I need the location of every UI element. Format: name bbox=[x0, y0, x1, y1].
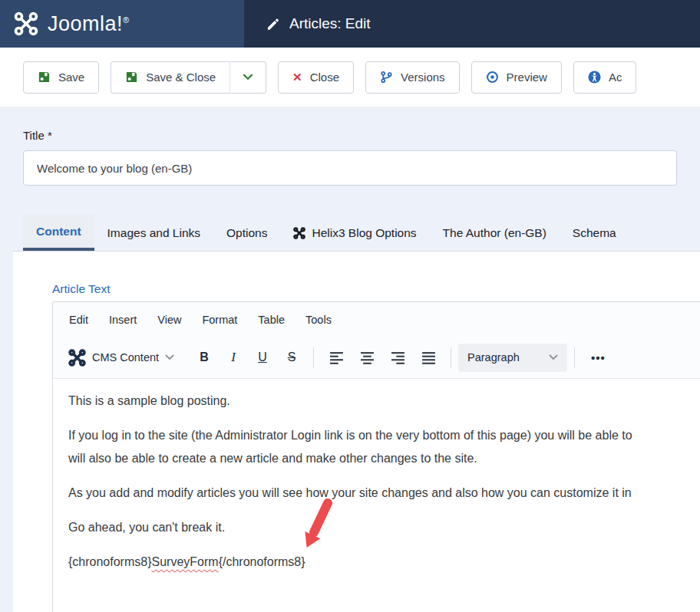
accessibility-label: Ac bbox=[609, 71, 622, 84]
action-toolbar: Save Save & Close ✕ Close Versions bbox=[0, 48, 700, 107]
save-icon bbox=[125, 71, 138, 84]
tab-label: The Author (en-GB) bbox=[443, 226, 546, 240]
joomla-logo-icon bbox=[68, 349, 86, 367]
article-paragraph: As you add and modify articles you will … bbox=[68, 482, 700, 505]
strikethrough-button[interactable]: S bbox=[277, 344, 306, 370]
page-title-text: Articles: Edit bbox=[289, 15, 371, 32]
helix3-logo-icon bbox=[293, 227, 305, 239]
cms-content-button[interactable]: CMS Content bbox=[68, 349, 174, 367]
save-button[interactable]: Save bbox=[23, 61, 99, 94]
more-tools-button[interactable]: ••• bbox=[582, 345, 615, 370]
align-left-button[interactable] bbox=[321, 344, 352, 370]
cms-content-label: CMS Content bbox=[92, 351, 159, 364]
chevron-down-icon bbox=[243, 74, 253, 81]
editor-header: Edit Insert View Format Table Tools bbox=[53, 302, 700, 379]
menu-insert[interactable]: Insert bbox=[109, 314, 137, 326]
editor-menubar: Edit Insert View Format Table Tools bbox=[53, 302, 700, 337]
article-paragraph: Go ahead, you can't break it. bbox=[68, 516, 700, 539]
tab-helix3-blog-options[interactable]: Helix3 Blog Options bbox=[280, 215, 429, 251]
article-text-line: If you log in to the site (the Administr… bbox=[68, 429, 632, 442]
align-left-icon bbox=[329, 351, 344, 364]
joomla-logo-text: Joomla!® bbox=[48, 12, 130, 36]
close-label: Close bbox=[310, 71, 339, 84]
toolbar-separator bbox=[313, 347, 314, 368]
align-justify-icon bbox=[421, 351, 436, 364]
tab-schema[interactable]: Schema bbox=[560, 215, 629, 251]
article-text-line: will also be able to create a new articl… bbox=[68, 452, 477, 465]
tinymce-editor: Edit Insert View Format Table Tools bbox=[52, 301, 700, 612]
menu-view[interactable]: View bbox=[157, 314, 181, 326]
save-close-button[interactable]: Save & Close bbox=[111, 61, 229, 94]
pencil-icon bbox=[266, 17, 280, 31]
paragraph-select-value: Paragraph bbox=[467, 351, 520, 364]
app-header: Joomla!® Articles: Edit bbox=[0, 0, 700, 48]
align-justify-button[interactable] bbox=[413, 344, 444, 370]
chevron-down-icon bbox=[165, 354, 174, 360]
shortcode-close-tag: {/chronoforms8} bbox=[219, 555, 305, 568]
save-label: Save bbox=[58, 71, 84, 84]
registered-mark: ® bbox=[123, 15, 130, 25]
tab-label: Content bbox=[36, 225, 81, 239]
edit-tabs: Content Images and Links Options Helix3 … bbox=[23, 215, 700, 251]
align-center-button[interactable] bbox=[352, 344, 382, 370]
tab-content[interactable]: Content bbox=[23, 215, 94, 251]
italic-button[interactable]: I bbox=[219, 344, 248, 370]
tab-label: Images and Links bbox=[107, 226, 201, 240]
preview-eye-icon bbox=[486, 71, 499, 84]
versions-label: Versions bbox=[401, 71, 445, 84]
underline-button[interactable]: U bbox=[248, 344, 277, 370]
accessibility-icon bbox=[588, 71, 601, 84]
accessibility-check-button[interactable]: Ac bbox=[573, 61, 637, 94]
content-tab-panel: Article Text Edit Insert View Format Tab… bbox=[13, 251, 700, 612]
close-icon: ✕ bbox=[292, 71, 302, 84]
title-label: Title * bbox=[23, 129, 677, 142]
joomla-logo-icon bbox=[14, 12, 38, 36]
toolbar-separator bbox=[574, 347, 575, 368]
page-title: Articles: Edit bbox=[244, 0, 371, 48]
align-right-button[interactable] bbox=[382, 344, 413, 370]
editor-toolbar: CMS Content B I U S bbox=[53, 337, 700, 378]
tab-label: Helix3 Blog Options bbox=[312, 226, 416, 240]
preview-button[interactable]: Preview bbox=[471, 61, 562, 94]
shortcode-paragraph: {chronoforms8}SurveyForm{/chronoforms8} bbox=[68, 551, 700, 574]
menu-table[interactable]: Table bbox=[258, 314, 285, 326]
title-field-area: Title * bbox=[0, 107, 700, 186]
save-close-group: Save & Close bbox=[111, 61, 266, 94]
versions-branch-icon bbox=[380, 71, 393, 84]
title-input[interactable] bbox=[23, 150, 677, 186]
close-button[interactable]: ✕ Close bbox=[278, 61, 354, 94]
align-right-icon bbox=[391, 351, 405, 364]
shortcode-form-name: SurveyForm bbox=[152, 555, 219, 568]
tab-label: Options bbox=[226, 226, 267, 240]
preview-label: Preview bbox=[507, 71, 547, 84]
save-icon bbox=[38, 71, 51, 84]
joomla-logo[interactable]: Joomla!® bbox=[0, 0, 244, 48]
tab-options[interactable]: Options bbox=[213, 215, 280, 251]
save-close-label: Save & Close bbox=[146, 71, 216, 84]
editor-content-area[interactable]: This is a sample blog posting. If you lo… bbox=[53, 379, 700, 612]
article-paragraph: This is a sample blog posting. bbox=[68, 390, 700, 413]
shortcode-open-tag: {chronoforms8} bbox=[68, 555, 152, 568]
paragraph-style-select[interactable]: Paragraph bbox=[458, 344, 567, 372]
menu-tools[interactable]: Tools bbox=[305, 314, 332, 326]
align-center-icon bbox=[360, 351, 375, 364]
tab-images-and-links[interactable]: Images and Links bbox=[94, 215, 214, 251]
save-dropdown-toggle[interactable] bbox=[229, 61, 266, 94]
menu-edit[interactable]: Edit bbox=[69, 314, 88, 326]
bold-button[interactable]: B bbox=[190, 344, 219, 370]
menu-format[interactable]: Format bbox=[202, 314, 237, 326]
tab-the-author[interactable]: The Author (en-GB) bbox=[430, 215, 560, 251]
chevron-down-icon bbox=[549, 354, 558, 360]
article-paragraph: If you log in to the site (the Administr… bbox=[68, 424, 700, 470]
article-text-label: Article Text bbox=[52, 282, 700, 296]
toolbar-separator bbox=[451, 347, 451, 368]
versions-button[interactable]: Versions bbox=[365, 61, 460, 94]
tab-label: Schema bbox=[573, 226, 616, 240]
